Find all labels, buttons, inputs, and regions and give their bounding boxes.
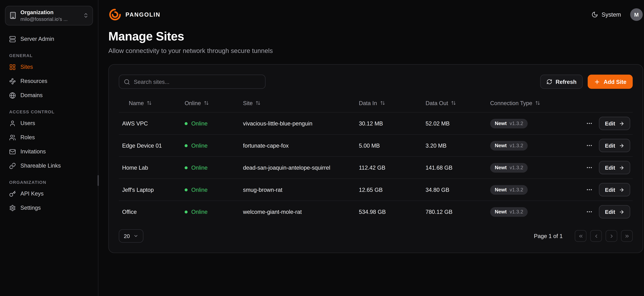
- ellipsis-icon: [586, 164, 593, 171]
- connection-version: v1.3.2: [510, 187, 523, 192]
- sidebar-item-shareable-links[interactable]: Shareable Links: [5, 159, 93, 172]
- data-in-value: 534.98 GB: [359, 209, 386, 215]
- column-header-name[interactable]: Name: [119, 100, 181, 106]
- connection-name: Newt: [495, 209, 507, 215]
- sidebar-item-label: API Keys: [20, 191, 44, 197]
- previous-page-button[interactable]: [590, 230, 602, 242]
- last-page-button[interactable]: [621, 230, 633, 242]
- page-info: Page 1 of 1: [534, 233, 562, 239]
- chevron-down-icon: [134, 234, 138, 238]
- edit-button[interactable]: Edit: [599, 117, 630, 130]
- cell-online: Online: [181, 209, 240, 215]
- sidebar-item-resources[interactable]: Resources: [5, 74, 93, 88]
- search-input[interactable]: [134, 78, 260, 85]
- sidebar-item-domains[interactable]: Domains: [5, 89, 93, 102]
- connection-type-badge: Newt v1.3.2: [490, 207, 528, 216]
- page-head: Manage Sites Allow connectivity to your …: [98, 26, 644, 54]
- edit-label: Edit: [605, 142, 615, 149]
- sidebar-item-invitations[interactable]: Invitations: [5, 145, 93, 158]
- column-header-data-out[interactable]: Data Out: [422, 100, 487, 106]
- cell-data-in: 534.98 GB: [356, 209, 422, 215]
- page-subtitle: Allow connectivity to your network throu…: [108, 47, 644, 54]
- data-in-value: 12.65 GB: [359, 186, 383, 193]
- row-menu-button[interactable]: [586, 164, 593, 171]
- site-name: AWS VPC: [122, 120, 148, 126]
- column-header-data-in[interactable]: Data In: [356, 100, 422, 106]
- refresh-label: Refresh: [556, 78, 576, 85]
- sidebar-item-server-admin[interactable]: Server Admin: [5, 32, 93, 46]
- edit-button[interactable]: Edit: [599, 139, 630, 152]
- avatar[interactable]: M: [630, 8, 643, 21]
- column-header-site[interactable]: Site: [240, 100, 356, 106]
- site-name: Jeff's Laptop: [122, 186, 154, 193]
- row-menu-button[interactable]: [586, 120, 593, 127]
- cell-site: vivacious-little-blue-penguin: [240, 120, 356, 126]
- edit-label: Edit: [605, 186, 615, 193]
- row-menu-button[interactable]: [586, 186, 593, 193]
- sidebar-item-api-keys[interactable]: API Keys: [5, 187, 93, 200]
- first-page-button[interactable]: [575, 230, 586, 242]
- online-status-text: Online: [191, 120, 208, 126]
- cell-data-out: 780.12 GB: [422, 209, 487, 215]
- search-icon: [124, 78, 130, 85]
- sort-icon: [147, 100, 152, 106]
- arrow-right-icon: [619, 209, 624, 214]
- sites-toolbar: Refresh Add Site: [109, 74, 643, 89]
- org-selector[interactable]: Organization milo@fossorial.io's ...: [5, 6, 93, 26]
- site-name: Office: [122, 209, 137, 215]
- sidebar-item-settings[interactable]: Settings: [5, 201, 93, 215]
- cell-name: Home Lab: [119, 164, 181, 171]
- app-window: Organization milo@fossorial.io's ... Ser…: [0, 0, 644, 296]
- next-page-button[interactable]: [606, 230, 617, 242]
- edit-button[interactable]: Edit: [599, 161, 630, 174]
- refresh-button[interactable]: Refresh: [540, 74, 583, 89]
- data-out-value: 3.20 MB: [426, 142, 446, 149]
- resources-icon: [9, 78, 16, 85]
- cell-data-in: 12.65 GB: [356, 186, 422, 193]
- sidebar-item-sites[interactable]: Sites: [5, 60, 93, 74]
- cell-site: dead-san-joaquin-antelope-squirrel: [240, 164, 356, 171]
- roles-icon: [9, 134, 16, 141]
- sites-card: Refresh Add Site Name Online: [108, 64, 643, 253]
- cell-data-in: 112.42 GB: [356, 164, 422, 171]
- sidebar-item-users[interactable]: Users: [5, 117, 93, 130]
- toolbar-actions: Refresh Add Site: [540, 74, 633, 89]
- sidebar-item-label: Roles: [20, 134, 35, 141]
- row-menu-button[interactable]: [586, 142, 593, 149]
- data-out-value: 34.80 GB: [426, 186, 450, 193]
- org-selector-title: Organization: [20, 9, 79, 16]
- cell-connection-type: Newt v1.3.2: [487, 207, 583, 216]
- column-header-online[interactable]: Online: [181, 100, 240, 106]
- table-row: Jeff's Laptop Online smug-brown-rat 12.6…: [119, 178, 633, 200]
- cell-actions: Edit: [583, 161, 633, 174]
- table-footer: 20 Page 1 of 1: [119, 229, 633, 243]
- org-selector-text: Organization milo@fossorial.io's ...: [20, 9, 79, 22]
- ellipsis-icon: [586, 120, 593, 127]
- data-out-value: 52.02 MB: [426, 120, 450, 126]
- column-label: Online: [185, 100, 201, 106]
- sidebar-item-label: Server Admin: [20, 36, 54, 42]
- column-header-connection-type[interactable]: Connection Type: [487, 100, 583, 106]
- arrow-right-icon: [619, 165, 624, 170]
- theme-toggle[interactable]: System: [592, 11, 621, 18]
- sidebar-resize-handle[interactable]: [98, 175, 99, 186]
- connection-type-badge: Newt v1.3.2: [490, 163, 528, 172]
- add-site-button[interactable]: Add Site: [588, 74, 633, 89]
- sidebar: Organization milo@fossorial.io's ... Ser…: [0, 0, 98, 296]
- chevrons-left-icon: [578, 233, 583, 239]
- sidebar-item-label: Sites: [20, 64, 33, 70]
- building-icon: [9, 12, 16, 19]
- edit-button[interactable]: Edit: [599, 183, 630, 196]
- data-out-value: 780.12 GB: [426, 209, 452, 215]
- edit-button[interactable]: Edit: [599, 205, 630, 218]
- edit-label: Edit: [605, 164, 615, 171]
- sort-icon: [256, 100, 261, 106]
- online-status-dot: [185, 144, 188, 147]
- page-size-select[interactable]: 20: [119, 229, 144, 243]
- cell-data-out: 3.20 MB: [422, 142, 487, 149]
- row-menu-button[interactable]: [586, 208, 593, 215]
- cell-data-out: 52.02 MB: [422, 120, 487, 126]
- connection-version: v1.3.2: [510, 142, 523, 148]
- column-label: Data Out: [426, 100, 448, 106]
- sidebar-item-roles[interactable]: Roles: [5, 131, 93, 144]
